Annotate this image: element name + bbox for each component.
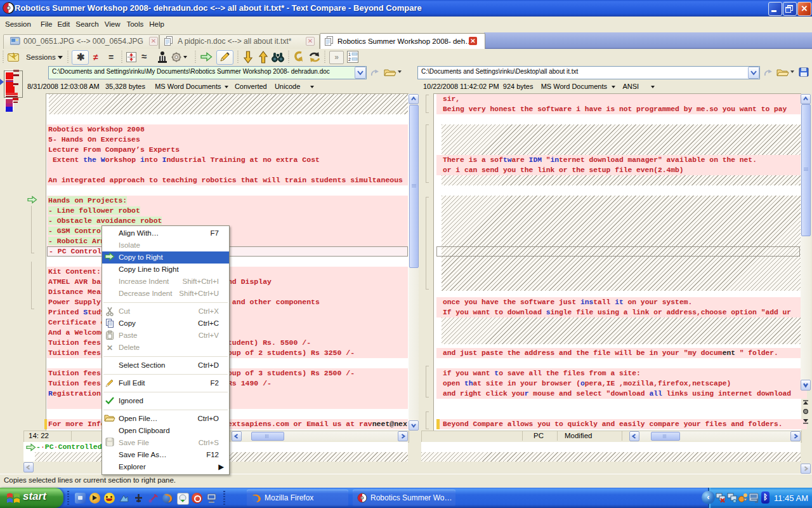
svg-text:2: 2 [348, 57, 351, 62]
svg-text:1: 1 [348, 52, 351, 57]
